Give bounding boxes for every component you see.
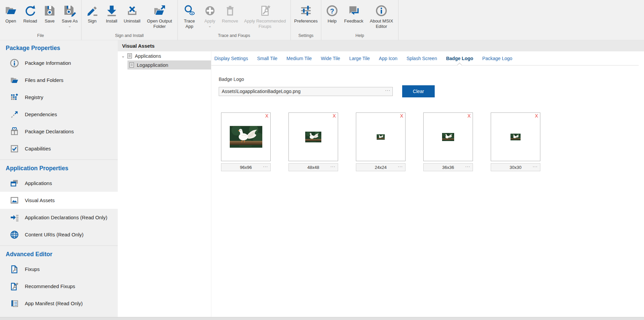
tree-node-applications-label: Applications xyxy=(135,53,161,59)
sidebar-item-recommended-fixups[interactable]: Recommended Fixups xyxy=(0,278,118,295)
recommended-fixups-star-icon xyxy=(9,281,20,291)
feedback-button-label: Feedback xyxy=(344,18,363,24)
uninstall-button[interactable]: Uninstall xyxy=(121,2,143,25)
reload-button[interactable]: Reload xyxy=(20,2,40,25)
sidebar-heading-advanced-editor: Advanced Editor xyxy=(0,246,118,261)
open-button[interactable]: Open xyxy=(1,2,20,25)
sidebar-item-fixups[interactable]: Fixups xyxy=(0,261,118,278)
remove-asset-x-button[interactable]: X xyxy=(535,113,538,119)
tab-small-tile[interactable]: Small Tile xyxy=(257,56,277,61)
save-as-button[interactable]: Save As ⌄ xyxy=(59,2,80,28)
about-msix-editor-button[interactable]: About MSIX Editor xyxy=(366,2,397,30)
save-as-button-label: Save As xyxy=(62,18,78,24)
tab-app-icon[interactable]: App Icon xyxy=(379,56,397,61)
help-button[interactable]: Help xyxy=(322,2,342,25)
applications-windows-icon xyxy=(9,178,20,188)
asset-ellipsis-button[interactable]: ··· xyxy=(330,164,335,169)
app-manifest-doc-icon xyxy=(9,299,20,309)
asset-thumbnail-36: X xyxy=(423,112,473,161)
open-output-folder-icon xyxy=(152,3,167,18)
asset-size-bar-96: 96x96 ··· xyxy=(221,163,271,171)
sidebar-item-application-declarations[interactable]: Application Declarations (Read Only) xyxy=(0,209,118,226)
preferences-sliders-icon xyxy=(299,3,313,18)
sidebar-item-files-and-folders[interactable]: Files and Folders xyxy=(0,72,118,89)
sidebar-item-package-declarations[interactable]: Package Declarations xyxy=(0,123,118,140)
badge-logo-dove-image xyxy=(511,134,521,140)
badge-asset-cards: X 96x96 ··· X 48x48 ··· xyxy=(219,112,644,171)
tab-large-tile[interactable]: Large Tile xyxy=(349,56,370,61)
open-output-folder-button[interactable]: Open Output Folder xyxy=(143,2,176,30)
preferences-button[interactable]: Preferences xyxy=(292,2,320,25)
asset-card-96: X 96x96 ··· xyxy=(221,112,271,171)
uninstall-x-icon xyxy=(125,3,140,18)
window-bottom-edge xyxy=(0,317,644,320)
tab-display-settings[interactable]: Display Settings xyxy=(214,56,248,61)
tab-medium-tile[interactable]: Medium Tile xyxy=(286,56,312,61)
fixups-wrench-icon xyxy=(9,264,20,274)
visual-assets-image-icon xyxy=(9,195,20,205)
asset-ellipsis-button[interactable]: ··· xyxy=(533,164,538,169)
sidebar-item-content-uris[interactable]: Content URIs (Read Only) xyxy=(0,226,118,243)
remove-button-label: Remove xyxy=(222,18,238,24)
document-icon xyxy=(129,62,135,68)
badge-logo-dove-image xyxy=(442,133,454,141)
remove-asset-x-button[interactable]: X xyxy=(400,113,403,119)
ribbon-toolbar: Open Reload Save Save As ⌄ File Sign xyxy=(0,0,644,40)
badge-logo-dove-image xyxy=(305,132,321,142)
ribbon-group-trace-fixups: Trace App Apply ⌄ Remove Apply Recommend… xyxy=(178,0,291,40)
trace-app-button[interactable]: Trace App xyxy=(179,2,200,30)
tab-package-logo[interactable]: Package Logo xyxy=(482,56,513,61)
uninstall-button-label: Uninstall xyxy=(124,18,141,24)
remove-asset-x-button[interactable]: X xyxy=(333,113,336,119)
sidebar-item-package-information[interactable]: Package Information xyxy=(0,54,118,72)
remove-asset-x-button[interactable]: X xyxy=(265,113,268,119)
badge-logo-section: Badge Logo ··· Clear X 96x96 ··· xyxy=(211,65,644,171)
sidebar-item-visual-assets[interactable]: Visual Assets xyxy=(0,192,118,209)
ribbon-group-label-settings: Settings xyxy=(292,33,320,40)
open-folder-icon xyxy=(3,3,18,18)
tree-node-applications[interactable]: ⌄ Applications xyxy=(118,51,211,60)
remove-asset-x-button[interactable]: X xyxy=(468,113,471,119)
trace-app-label: Trace App xyxy=(181,18,198,29)
ribbon-group-label-help: Help xyxy=(322,33,397,40)
apply-plus-icon xyxy=(203,3,217,18)
asset-ellipsis-button[interactable]: ··· xyxy=(263,164,268,169)
badge-logo-section-label: Badge Logo xyxy=(219,77,644,82)
asset-size-label: 30x30 xyxy=(509,165,521,170)
sidebar-section-advanced-editor: Advanced Editor Fixups Recommended Fixup… xyxy=(0,245,118,312)
ribbon-group-label-trace-fixups: Trace and Fixups xyxy=(179,33,289,40)
sign-button[interactable]: Sign xyxy=(83,2,102,25)
badge-logo-dove-image xyxy=(377,134,385,140)
chevron-down-icon[interactable]: ⌄ xyxy=(120,54,126,58)
sidebar-item-applications[interactable]: Applications xyxy=(0,175,118,192)
ribbon-group-label-sign-install: Sign and Install xyxy=(83,33,176,40)
asset-size-bar-24: 24x24 ··· xyxy=(356,163,406,171)
tab-wide-tile[interactable]: Wide Tile xyxy=(321,56,340,61)
content-uris-globe-icon xyxy=(9,230,20,240)
tab-splash-screen[interactable]: Splash Screen xyxy=(407,56,437,61)
asset-card-24: X 24x24 ··· xyxy=(356,112,406,171)
recommended-fixups-icon xyxy=(258,3,272,18)
asset-size-bar-36: 36x36 ··· xyxy=(423,163,473,171)
navigation-sidebar: Package Properties Package Information F… xyxy=(0,40,118,317)
sidebar-item-registry[interactable]: Registry xyxy=(0,89,118,106)
sidebar-item-capabilities[interactable]: Capabilities xyxy=(0,140,118,157)
badge-logo-dove-image xyxy=(230,126,262,148)
install-button[interactable]: Install xyxy=(102,2,121,25)
tab-badge-logo[interactable]: Badge Logo xyxy=(446,56,473,61)
save-as-icon xyxy=(62,3,77,18)
open-button-label: Open xyxy=(5,18,16,24)
save-button[interactable]: Save xyxy=(40,2,59,25)
badge-logo-path-input[interactable] xyxy=(219,87,393,96)
asset-ellipsis-button[interactable]: ··· xyxy=(465,164,470,169)
tree-node-logapplication[interactable]: Logapplication xyxy=(127,60,211,70)
sidebar-item-dependencies[interactable]: Dependencies xyxy=(0,106,118,123)
sidebar-item-app-manifest[interactable]: App Manifest (Read Only) xyxy=(0,295,118,312)
about-msix-editor-label: About MSIX Editor xyxy=(368,18,395,29)
info-circle-icon xyxy=(9,58,20,68)
ribbon-group-label-file: File xyxy=(1,33,80,40)
asset-ellipsis-button[interactable]: ··· xyxy=(398,164,403,169)
feedback-button[interactable]: Feedback xyxy=(342,2,366,25)
clear-button[interactable]: Clear xyxy=(402,85,435,97)
browse-ellipsis-button[interactable]: ··· xyxy=(385,88,390,93)
